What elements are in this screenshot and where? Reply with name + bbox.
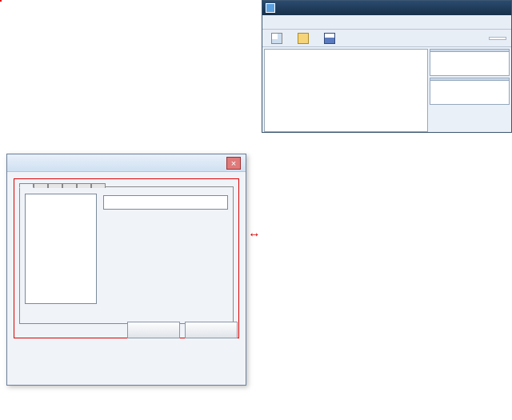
tab-pattern[interactable] [77,183,91,188]
open-icon [298,33,309,44]
new-button[interactable] [267,31,289,46]
attr-panel [430,49,510,76]
tab-border[interactable] [62,183,77,188]
arrow-icon: ↔ [248,227,261,242]
tab-content [19,186,234,324]
toolbar [262,30,511,47]
tree-pane[interactable] [264,49,428,132]
save-icon [324,33,335,44]
cancel-button[interactable] [185,322,238,338]
cell-format-dialog: × [6,154,246,386]
close-icon[interactable]: × [226,157,241,170]
node-panel [430,78,510,105]
dialog-title-bar[interactable]: × [7,154,246,172]
highlight-box-code [0,0,2,2]
menubar [262,15,511,30]
open-button[interactable] [294,31,315,46]
tab-protect[interactable] [91,183,106,188]
sample-value-box [103,195,228,210]
xml-editor-label [489,37,506,40]
tab-alignment[interactable] [34,183,48,188]
exeed-title-bar[interactable] [262,1,511,15]
tab-font[interactable] [48,183,62,188]
new-icon [271,33,282,44]
save-button[interactable] [320,31,342,46]
exeed-window [262,0,512,133]
highlight-box-dialog [14,178,239,338]
category-list[interactable] [25,194,97,304]
app-icon [266,3,275,13]
ok-button[interactable] [127,322,180,338]
tab-display-format[interactable] [19,183,34,188]
